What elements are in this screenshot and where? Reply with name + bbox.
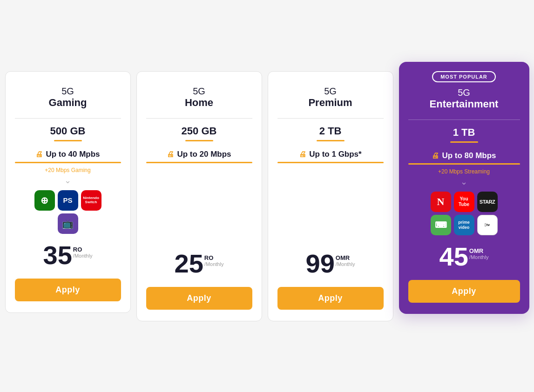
price-currency-gaming: RO (73, 246, 93, 253)
speed-icon-entertainment: 🖨 (432, 152, 439, 160)
plan-card-gaming: 5G Gaming 500 GB 🖨 Up to 40 Mpbs +20 Mbp… (5, 71, 131, 313)
price-number-entertainment: 45 (439, 244, 468, 270)
orange-bar-premium (317, 140, 345, 141)
speed-icon-gaming: 🖨 (35, 150, 43, 159)
appletv-icon: tv (477, 215, 498, 235)
plan-name-line2-home: Home (185, 97, 213, 109)
price-section-gaming: 35 RO /Monthly (43, 242, 93, 268)
apps-row2-gaming: 📺 (58, 213, 78, 234)
speed-icon-home: 🖨 (167, 150, 174, 159)
orange-bar-gaming (54, 140, 82, 141)
speed-text-premium: Up to 1 Gbps* (309, 150, 361, 159)
speed-row-entertainment: 🖨 Up to 80 Mbps (432, 151, 496, 160)
price-number-premium: 99 (306, 251, 335, 277)
orange-bar-full-home (146, 162, 252, 163)
apply-button-gaming[interactable]: Apply (15, 279, 121, 301)
speed-extra-gaming: +20 Mbps Gaming (45, 167, 90, 173)
orange-bar-full-entertainment (408, 163, 520, 165)
starz-icon: STARZ (477, 192, 498, 212)
playstation-icon: PS (58, 190, 78, 211)
plan-card-home: 5G Home 250 GB 🖨 Up to 20 Mbps 25 RO /Mo… (136, 71, 262, 321)
xbox-icon: ⊕ (34, 190, 55, 211)
price-period-home: /Monthly (204, 261, 224, 267)
price-period-gaming: /Monthly (73, 253, 93, 259)
plan-name-line1-gaming: 5G (61, 86, 74, 97)
price-number-home: 25 (175, 251, 203, 277)
price-currency-entertainment: OMR (469, 247, 489, 254)
apps-grid-gaming: ⊕ PS NintendoSwitch (34, 190, 101, 211)
plan-card-entertainment: MOST POPULAR 5G Entertainment 1 TB 🖨 Up … (399, 62, 529, 314)
price-suffix-premium: OMR /Monthly (336, 254, 355, 267)
data-amount-entertainment: 1 TB (453, 126, 475, 139)
plans-container: 5G Gaming 500 GB 🖨 Up to 40 Mpbs +20 Mbp… (2, 71, 532, 321)
orange-bar-home (185, 140, 213, 141)
speed-text-home: Up to 20 Mbps (177, 150, 231, 159)
arrow-down-entertainment: ⌄ (460, 177, 467, 187)
apps-row2-entertainment: ⌨ primevideo tv (431, 215, 498, 235)
apps-grid-entertainment: N YouTube STARZ (431, 192, 498, 212)
speed-extra-entertainment: +20 Mbps Streaming (438, 168, 490, 175)
plan-name-line2-gaming: Gaming (49, 97, 87, 109)
price-section-entertainment: 45 OMR /Monthly (439, 244, 489, 270)
price-section-premium: 99 OMR /Monthly (306, 251, 355, 277)
price-number-gaming: 35 (43, 242, 72, 268)
most-popular-badge: MOST POPULAR (432, 71, 496, 82)
price-suffix-gaming: RO /Monthly (73, 246, 93, 259)
plan-name-line1-home: 5G (193, 86, 205, 97)
arrow-down-gaming: ⌄ (64, 175, 71, 186)
speed-text-entertainment: Up to 80 Mbps (442, 151, 496, 160)
llm-icon: ⌨ (431, 215, 451, 235)
youtube-icon: YouTube (454, 192, 474, 212)
price-section-home: 25 RO /Monthly (175, 251, 224, 277)
apply-button-premium[interactable]: Apply (277, 287, 384, 310)
twitch-icon: 📺 (58, 213, 78, 234)
speed-row-gaming: 🖨 Up to 40 Mpbs (35, 150, 100, 159)
plan-name-line2-entertainment: Entertainment (430, 98, 499, 110)
data-amount-gaming: 500 GB (50, 125, 86, 137)
price-currency-home: RO (204, 254, 224, 261)
speed-row-premium: 🖨 Up to 1 Gbps* (299, 150, 361, 159)
divider-home (146, 118, 252, 119)
orange-bar-full-gaming (15, 162, 121, 163)
netflix-icon: N (431, 192, 451, 212)
divider-premium (277, 118, 384, 119)
data-amount-premium: 2 TB (319, 125, 342, 137)
amazon-prime-icon: primevideo (454, 215, 474, 235)
nintendo-icon: NintendoSwitch (81, 190, 101, 211)
price-suffix-home: RO /Monthly (204, 254, 224, 267)
price-currency-premium: OMR (336, 254, 355, 261)
orange-bar-full-premium (277, 162, 384, 163)
speed-text-gaming: Up to 40 Mpbs (46, 150, 100, 159)
data-amount-home: 250 GB (182, 125, 217, 137)
apply-button-entertainment[interactable]: Apply (408, 280, 520, 303)
orange-bar-entertainment (450, 141, 478, 143)
divider-gaming (15, 118, 121, 119)
plan-name-line1-entertainment: 5G (458, 87, 470, 98)
plan-name-line2-premium: Premium (308, 97, 352, 109)
price-period-premium: /Monthly (336, 261, 355, 267)
price-suffix-entertainment: OMR /Monthly (469, 247, 489, 260)
price-period-entertainment: /Monthly (469, 254, 489, 260)
speed-icon-premium: 🖨 (299, 150, 306, 159)
plan-name-line1-premium: 5G (324, 86, 337, 97)
apply-button-home[interactable]: Apply (146, 287, 252, 310)
speed-row-home: 🖨 Up to 20 Mbps (167, 150, 231, 159)
divider-entertainment (408, 120, 520, 120)
plan-card-premium: 5G Premium 2 TB 🖨 Up to 1 Gbps* 99 OMR /… (268, 71, 393, 321)
